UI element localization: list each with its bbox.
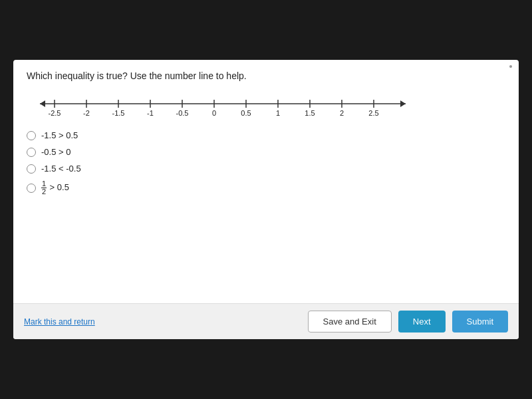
content-area: Which inequality is true? Use the number… [13, 60, 519, 303]
radio-d[interactable] [27, 184, 36, 193]
svg-text:1.5: 1.5 [305, 109, 315, 117]
question-text: Which inequality is true? Use the number… [27, 70, 505, 81]
next-button[interactable]: Next [398, 311, 446, 332]
svg-text:-0.5: -0.5 [176, 109, 189, 117]
radio-b[interactable] [27, 148, 36, 157]
choice-c[interactable]: -1.5 < -0.5 [27, 164, 505, 174]
choice-c-label: -1.5 < -0.5 [41, 164, 81, 174]
mark-return-button[interactable]: Mark this and return [24, 317, 95, 327]
radio-a[interactable] [27, 131, 36, 140]
save-exit-button[interactable]: Save and Exit [308, 311, 392, 332]
svg-marker-2 [400, 100, 406, 107]
choice-a[interactable]: -1.5 > 0.5 [27, 130, 505, 140]
choice-a-label: -1.5 > 0.5 [41, 130, 78, 140]
quiz-screen: Which inequality is true? Use the number… [13, 60, 519, 339]
svg-text:-2: -2 [83, 109, 90, 117]
svg-text:-1: -1 [147, 109, 154, 117]
radio-c[interactable] [27, 164, 36, 174]
choice-d-label: 1 2 > 0.5 [41, 180, 69, 196]
svg-text:1: 1 [276, 109, 280, 117]
svg-text:0: 0 [212, 109, 216, 117]
svg-text:-1.5: -1.5 [112, 109, 125, 117]
corner-decoration [509, 65, 512, 68]
choice-b[interactable]: -0.5 > 0 [27, 147, 505, 157]
choice-b-label: -0.5 > 0 [41, 147, 70, 157]
footer-bar: Mark this and return Save and Exit Next … [13, 303, 519, 339]
choices-list: -1.5 > 0.5 -0.5 > 0 -1.5 < -0.5 1 2 > 0.… [27, 130, 505, 196]
submit-button[interactable]: Submit [452, 311, 508, 332]
number-line-container: -2.5 -2 -1.5 -1 -0.5 0 0.5 [27, 92, 505, 118]
svg-marker-1 [40, 100, 45, 107]
svg-text:2: 2 [340, 109, 344, 117]
svg-text:0.5: 0.5 [241, 109, 251, 117]
footer-buttons: Save and Exit Next Submit [308, 311, 508, 332]
choice-d[interactable]: 1 2 > 0.5 [27, 180, 505, 196]
number-line-svg: -2.5 -2 -1.5 -1 -0.5 0 0.5 [33, 92, 419, 118]
svg-text:-2.5: -2.5 [49, 109, 61, 117]
svg-text:2.5: 2.5 [368, 109, 378, 117]
